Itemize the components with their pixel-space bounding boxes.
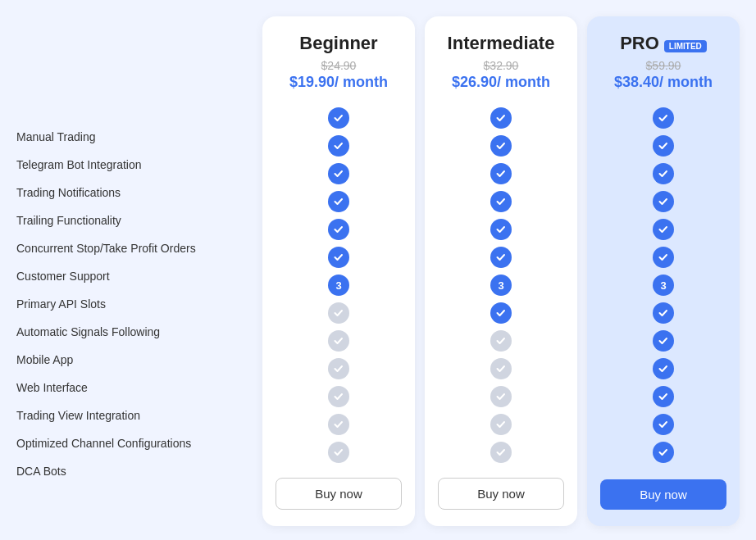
check-row-pro-7 <box>587 299 740 327</box>
plan-price-beginner: $19.90/ month <box>276 74 402 91</box>
check-icon-active-12 <box>653 442 674 463</box>
check-row-intermediate-12 <box>425 438 577 466</box>
plan-card-pro: PROLIMITED$59.90$38.40/ month 3 <box>587 16 740 526</box>
check-row-beginner-4 <box>262 216 415 243</box>
check-icon-active-0 <box>653 107 674 129</box>
check-icon-inactive-11 <box>328 414 349 435</box>
check-row-beginner-10 <box>262 383 415 411</box>
plan-card-beginner: Beginner$24.90$19.90/ month 3 <box>262 16 415 526</box>
plan-price-pro: $38.40/ month <box>600 74 726 91</box>
check-icon-inactive-11 <box>490 414 512 435</box>
check-row-pro-4 <box>587 216 740 243</box>
feature-label-10: Trading View Integration <box>16 402 254 429</box>
check-row-beginner-9 <box>262 355 415 383</box>
buy-button-beginner[interactable]: Buy now <box>276 478 402 510</box>
original-price-intermediate: $32.90 <box>438 59 564 72</box>
check-icon-active-1 <box>490 135 512 157</box>
plan-header-beginner: Beginner$24.90$19.90/ month <box>262 33 415 104</box>
check-row-beginner-6: 3 <box>262 271 415 299</box>
check-row-intermediate-10 <box>425 383 577 411</box>
check-row-intermediate-1 <box>425 132 577 160</box>
check-icon-active-7 <box>653 302 674 324</box>
check-row-intermediate-5 <box>425 243 577 271</box>
check-icon-active-3 <box>490 191 512 212</box>
feature-label-0: Manual Trading <box>16 123 254 151</box>
check-row-beginner-11 <box>262 411 415 438</box>
check-icon-number-6: 3 <box>328 275 349 296</box>
check-row-beginner-3 <box>262 188 415 216</box>
check-icon-number-6: 3 <box>490 275 512 296</box>
feature-label-11: Optimized Channel Configurations <box>16 429 254 457</box>
plans-area: Beginner$24.90$19.90/ month 3 <box>262 16 740 526</box>
check-icon-inactive-10 <box>328 386 349 407</box>
plan-name-pro: PRO <box>620 33 659 54</box>
check-row-beginner-1 <box>262 132 415 160</box>
buy-button-intermediate[interactable]: Buy now <box>438 478 564 510</box>
check-row-intermediate-0 <box>425 104 577 132</box>
check-row-intermediate-2 <box>425 160 577 188</box>
check-icon-inactive-8 <box>490 330 512 352</box>
feature-label-2: Trading Notifications <box>16 179 254 206</box>
check-icon-active-2 <box>328 163 349 184</box>
plan-card-intermediate: Intermediate$32.90$26.90/ month 3 <box>425 16 577 526</box>
check-icon-active-4 <box>490 219 512 240</box>
check-icon-inactive-12 <box>490 442 512 463</box>
check-icon-active-2 <box>653 163 674 184</box>
check-icon-inactive-8 <box>328 330 349 352</box>
feature-label-4: Concurrent Stop/Take Profit Orders <box>16 234 254 262</box>
check-icon-number-6: 3 <box>653 275 674 296</box>
check-icon-active-3 <box>328 191 349 212</box>
check-row-intermediate-6: 3 <box>425 271 577 299</box>
check-row-pro-10 <box>587 383 740 411</box>
check-row-beginner-0 <box>262 104 415 132</box>
plan-header-pro: PROLIMITED$59.90$38.40/ month <box>587 33 740 104</box>
check-icon-inactive-12 <box>328 442 349 463</box>
feature-label-8: Mobile App <box>16 346 254 374</box>
check-row-intermediate-7 <box>425 299 577 327</box>
check-row-beginner-8 <box>262 327 415 355</box>
check-icon-active-7 <box>490 302 512 324</box>
check-row-beginner-5 <box>262 243 415 271</box>
feature-label-7: Automatic Signals Following <box>16 318 254 346</box>
plan-name-intermediate: Intermediate <box>448 33 555 54</box>
check-icon-active-1 <box>328 135 349 157</box>
feature-label-5: Customer Support <box>16 262 254 290</box>
feature-label-6: Primary API Slots <box>16 290 254 318</box>
feature-label-9: Web Interface <box>16 374 254 402</box>
check-icon-active-0 <box>490 107 512 129</box>
original-price-pro: $59.90 <box>600 59 726 72</box>
check-row-pro-3 <box>587 188 740 216</box>
check-row-pro-9 <box>587 355 740 383</box>
check-rows-intermediate: 3 <box>425 104 577 466</box>
plan-price-intermediate: $26.90/ month <box>438 74 564 91</box>
check-row-beginner-12 <box>262 438 415 466</box>
check-icon-active-1 <box>653 135 674 157</box>
feature-label-1: Telegram Bot Integration <box>16 151 254 179</box>
check-icon-inactive-7 <box>328 302 349 324</box>
check-icon-active-11 <box>653 414 674 435</box>
check-icon-inactive-9 <box>490 358 512 379</box>
check-rows-beginner: 3 <box>262 104 415 466</box>
limited-badge: LIMITED <box>664 40 707 52</box>
check-row-pro-11 <box>587 411 740 438</box>
check-row-pro-2 <box>587 160 740 188</box>
check-icon-active-3 <box>653 191 674 212</box>
check-row-intermediate-9 <box>425 355 577 383</box>
check-icon-active-2 <box>490 163 512 184</box>
features-column: Manual TradingTelegram Bot IntegrationTr… <box>16 16 262 526</box>
buy-button-pro[interactable]: Buy now <box>600 479 726 510</box>
original-price-beginner: $24.90 <box>276 59 402 72</box>
check-row-pro-5 <box>587 243 740 271</box>
check-row-pro-1 <box>587 132 740 160</box>
check-icon-active-4 <box>328 219 349 240</box>
check-row-pro-12 <box>587 438 740 466</box>
check-row-intermediate-8 <box>425 327 577 355</box>
check-row-pro-0 <box>587 104 740 132</box>
check-row-beginner-2 <box>262 160 415 188</box>
feature-label-3: Trailing Functionality <box>16 206 254 234</box>
check-icon-active-9 <box>653 358 674 379</box>
check-icon-active-5 <box>328 247 349 268</box>
check-rows-pro: 3 <box>587 104 740 468</box>
check-icon-active-10 <box>653 386 674 407</box>
check-icon-inactive-9 <box>328 358 349 379</box>
